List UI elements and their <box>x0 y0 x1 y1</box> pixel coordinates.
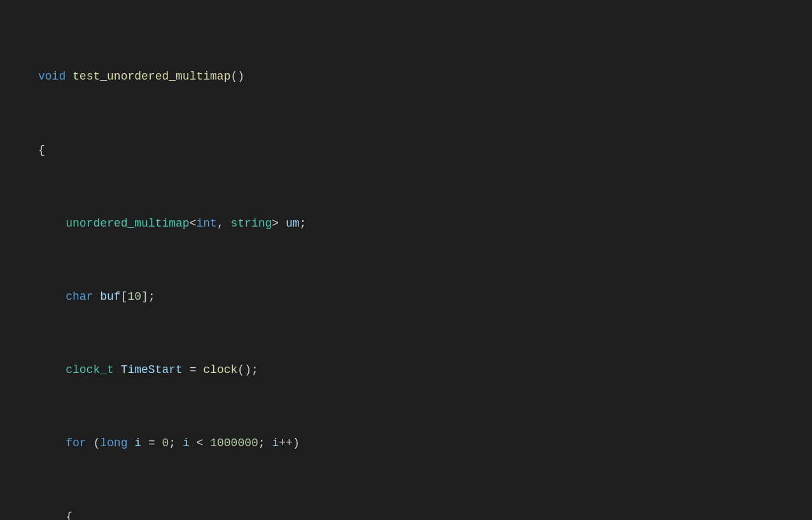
line-1: void test_unordered_multimap() <box>38 67 799 86</box>
line-2: { <box>38 141 799 160</box>
code-container: void test_unordered_multimap() { unorder… <box>0 6 812 520</box>
line-5: clock_t TimeStart = clock(); <box>38 361 799 379</box>
line-4: char buf[10]; <box>38 288 799 306</box>
line-7: { <box>38 508 799 520</box>
line-6: for (long i = 0; i < 1000000; i++) <box>38 434 799 453</box>
line-3: unordered_multimap<int, string> um; <box>38 214 799 233</box>
